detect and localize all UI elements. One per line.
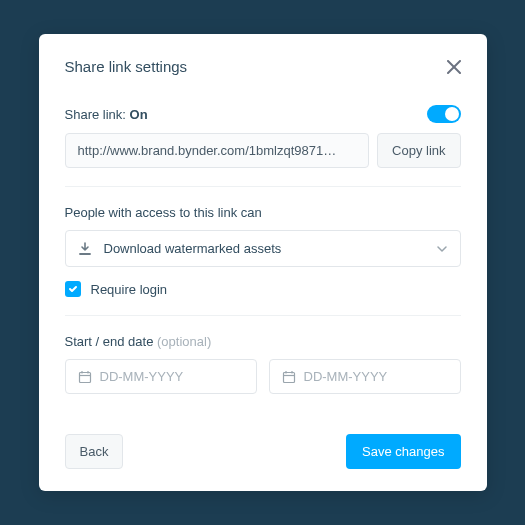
save-changes-button[interactable]: Save changes [346,434,460,469]
link-row: http://www.brand.bynder.com/1bmlzqt9871…… [65,133,461,168]
share-link-status-label: Share link: On [65,107,148,122]
require-login-checkbox[interactable] [65,281,81,297]
start-date-placeholder: DD-MM-YYYY [100,369,184,384]
share-link-label-prefix: Share link: [65,107,130,122]
dates-label: Start / end date (optional) [65,334,461,349]
share-link-toggle[interactable] [427,105,461,123]
chevron-down-icon [436,243,448,255]
share-url-input[interactable]: http://www.brand.bynder.com/1bmlzqt9871… [65,133,370,168]
modal-footer: Back Save changes [65,434,461,469]
end-date-input[interactable]: DD-MM-YYYY [269,359,461,394]
calendar-icon [78,370,92,384]
share-link-status-row: Share link: On [65,105,461,123]
modal-header: Share link settings [65,58,461,75]
copy-link-button[interactable]: Copy link [377,133,460,168]
share-link-settings-modal: Share link settings Share link: On http:… [39,34,487,491]
divider [65,315,461,316]
share-link-status: On [130,107,148,122]
modal-title: Share link settings [65,58,188,75]
require-login-row: Require login [65,281,461,297]
dates-label-text: Start / end date [65,334,158,349]
access-select-value: Download watermarked assets [104,241,282,256]
divider [65,186,461,187]
close-icon[interactable] [447,60,461,74]
download-icon [78,242,92,256]
svg-rect-3 [79,372,90,382]
access-label: People with access to this link can [65,205,461,220]
require-login-label: Require login [91,282,168,297]
back-button[interactable]: Back [65,434,124,469]
svg-rect-7 [283,372,294,382]
start-date-input[interactable]: DD-MM-YYYY [65,359,257,394]
date-row: DD-MM-YYYY DD-MM-YYYY [65,359,461,394]
calendar-icon [282,370,296,384]
end-date-placeholder: DD-MM-YYYY [304,369,388,384]
dates-optional: (optional) [157,334,211,349]
access-select[interactable]: Download watermarked assets [65,230,461,267]
checkmark-icon [68,284,78,294]
